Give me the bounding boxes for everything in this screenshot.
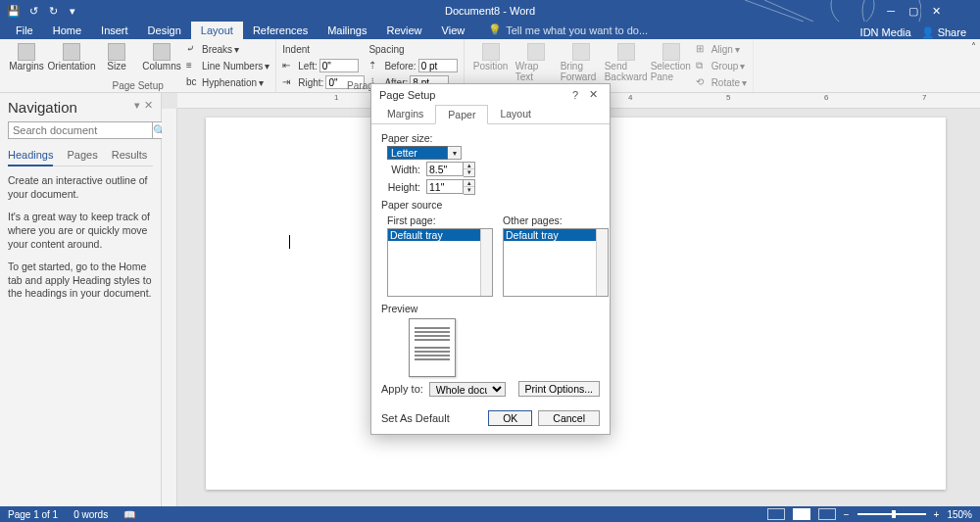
dialog-help-button[interactable]: ?	[566, 89, 584, 101]
qat-dropdown-icon[interactable]: ▾	[67, 5, 78, 17]
apply-to-label: Apply to:	[381, 383, 423, 395]
zoom-slider[interactable]	[858, 513, 926, 515]
width-label: Width:	[387, 164, 420, 175]
zoom-out-button[interactable]: −	[844, 509, 850, 520]
zoom-level[interactable]: 150%	[947, 509, 972, 520]
indent-left-input[interactable]	[319, 59, 359, 72]
line-numbers-button[interactable]: ≡Line Numbers ▾	[186, 58, 270, 73]
tab-references[interactable]: References	[243, 22, 318, 39]
width-down[interactable]: ▾	[464, 169, 474, 176]
maximize-icon[interactable]: ▢	[908, 5, 918, 18]
dialog-close-button[interactable]: ✕	[584, 88, 602, 101]
nav-tab-results[interactable]: Results	[112, 145, 148, 166]
status-words[interactable]: 0 words	[74, 509, 108, 520]
set-as-default-button[interactable]: Set As Default	[381, 412, 450, 424]
line-numbers-icon: ≡	[186, 60, 200, 71]
preview-thumbnail	[409, 318, 456, 377]
svg-point-1	[831, 0, 874, 22]
first-page-listbox[interactable]: Default tray	[387, 228, 493, 297]
cancel-button[interactable]: Cancel	[538, 410, 600, 426]
tab-file[interactable]: File	[6, 22, 43, 39]
align-icon: ⊞	[696, 43, 710, 55]
nav-tab-headings[interactable]: Headings	[8, 145, 53, 166]
vertical-ruler[interactable]	[162, 109, 177, 506]
close-icon[interactable]: ✕	[932, 5, 941, 18]
width-input[interactable]	[426, 162, 464, 176]
tab-home[interactable]: Home	[43, 22, 91, 39]
orientation-icon	[63, 43, 80, 61]
columns-icon	[153, 43, 171, 61]
rotate-button: ⟲Rotate ▾	[696, 74, 747, 90]
dialog-title: Page Setup	[379, 89, 566, 101]
account-label[interactable]: IDN Media	[860, 26, 911, 39]
quick-access-toolbar: 💾 ↺ ↻ ▾	[0, 5, 86, 17]
text-cursor	[289, 235, 290, 249]
height-down[interactable]: ▾	[464, 187, 474, 194]
tab-mailings[interactable]: Mailings	[318, 22, 376, 39]
tab-insert[interactable]: Insert	[91, 22, 138, 39]
rotate-icon: ⟲	[696, 76, 710, 88]
group-page-setup: Margins Orientation Size Columns ⤶Breaks…	[0, 39, 276, 92]
window-controls: ─ ▢ ✕	[887, 5, 941, 18]
indent-header: Indent	[282, 41, 365, 57]
nav-tab-pages[interactable]: Pages	[67, 145, 97, 166]
wrap-icon	[527, 43, 545, 61]
save-icon[interactable]: 💾	[8, 5, 20, 17]
scrollbar[interactable]	[480, 229, 492, 296]
web-layout-button[interactable]	[818, 508, 836, 520]
nav-close-icon[interactable]: ✕	[144, 99, 153, 112]
space-before-icon: ⇡	[368, 60, 382, 71]
navigation-pane: ▾✕ Navigation 🔍 Headings Pages Results C…	[0, 93, 162, 506]
group-label: Page Setup	[0, 80, 275, 91]
scrollbar[interactable]	[596, 229, 608, 296]
tab-layout[interactable]: Layout	[191, 22, 243, 39]
tab-review[interactable]: Review	[377, 22, 432, 39]
height-label: Height:	[387, 181, 420, 193]
paper-source-label: Paper source	[381, 199, 600, 211]
bulb-icon: 💡	[488, 24, 502, 36]
undo-icon[interactable]: ↺	[27, 5, 39, 17]
ok-button[interactable]: OK	[488, 410, 532, 426]
search-input[interactable]	[8, 121, 152, 139]
collapse-ribbon-button[interactable]: ˄	[966, 39, 980, 92]
list-item[interactable]: Default tray	[504, 229, 608, 241]
other-pages-listbox[interactable]: Default tray	[503, 228, 609, 297]
space-before-input[interactable]	[418, 59, 458, 72]
tell-me-search[interactable]: 💡Tell me what you want to do...	[478, 21, 658, 39]
list-item[interactable]: Default tray	[388, 229, 492, 241]
group-objects-button: ⧉Group ▾	[696, 58, 747, 73]
nav-hint-1: Create an interactive outline of your do…	[8, 174, 153, 201]
paper-size-select[interactable]: Letter▾	[387, 146, 462, 160]
size-icon	[108, 43, 125, 61]
tab-view[interactable]: View	[432, 22, 475, 39]
nav-dropdown-icon[interactable]: ▾	[134, 99, 140, 112]
status-page[interactable]: Page 1 of 1	[8, 509, 58, 520]
breaks-icon: ⤶	[186, 43, 200, 55]
dialog-tab-paper[interactable]: Paper	[435, 105, 488, 124]
minimize-icon[interactable]: ─	[887, 5, 895, 18]
proofing-icon[interactable]: 📖	[123, 509, 135, 520]
breaks-button[interactable]: ⤶Breaks ▾	[186, 41, 270, 57]
send-backward-icon	[617, 43, 635, 61]
preview-label: Preview	[381, 303, 600, 314]
height-input[interactable]	[426, 179, 464, 194]
print-layout-button[interactable]	[793, 508, 810, 520]
selection-pane-button: Selection Pane	[651, 41, 692, 92]
send-backward-button: Send Backward	[606, 41, 647, 92]
tab-design[interactable]: Design	[138, 22, 191, 39]
redo-icon[interactable]: ↻	[47, 5, 59, 17]
share-button[interactable]: 👤 Share	[921, 26, 966, 39]
window-title: Document8 - Word	[445, 5, 535, 17]
dialog-tab-layout[interactable]: Layout	[488, 105, 543, 123]
margins-icon	[18, 43, 35, 61]
ribbon-tabs: File Home Insert Design Layout Reference…	[0, 22, 980, 39]
first-page-label: First page:	[387, 214, 493, 226]
title-bar: 💾 ↺ ↻ ▾ Document8 - Word ─ ▢ ✕	[0, 0, 980, 22]
read-mode-button[interactable]	[767, 508, 785, 520]
other-pages-label: Other pages:	[503, 214, 609, 226]
apply-to-select[interactable]: Whole document	[429, 382, 506, 397]
zoom-in-button[interactable]: +	[934, 509, 940, 520]
print-options-button[interactable]: Print Options...	[518, 381, 600, 397]
nav-hint-3: To get started, go to the Home tab and a…	[8, 261, 153, 301]
dialog-tab-margins[interactable]: Margins	[375, 105, 435, 123]
